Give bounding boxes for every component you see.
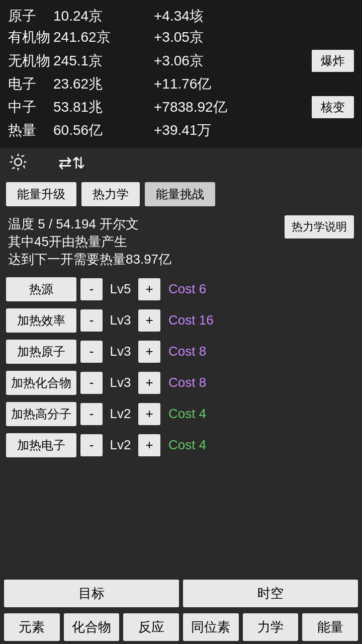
upgrade-cost-2: Cost 8 [168,344,206,359]
stat-delta: +4.34垓 [154,7,354,25]
bottom-nav-化合物[interactable]: 化合物 [64,613,120,641]
svg-point-0 [15,158,22,166]
upgrade-cost-4: Cost 4 [168,406,206,422]
upgrade-plus-button-1[interactable]: + [138,309,160,332]
upgrade-level-1: Lv3 [107,312,134,328]
upgrade-plus-button-5[interactable]: + [138,434,160,456]
upgrade-row: 加热高分子-Lv2+Cost 4 [6,402,356,426]
upgrade-minus-button-1[interactable]: - [80,309,103,332]
bottom-nav-能量[interactable]: 能量 [302,613,358,641]
upgrade-name-button-4[interactable]: 加热高分子 [6,402,76,426]
upgrade-plus-button-0[interactable]: + [138,278,160,300]
upgrade-minus-button-3[interactable]: - [80,372,103,394]
bottom-nav-时空[interactable]: 时空 [183,580,358,607]
stat-row: 原子10.24京+4.34垓 [8,7,354,25]
shuffle-icon: ⇄⇅ [58,153,85,173]
stat-delta: +7838.92亿 [154,98,312,116]
upgrade-row: 加热效率-Lv3+Cost 16 [6,308,356,333]
stat-value: 60.56亿 [53,121,154,139]
upgrade-level-3: Lv3 [107,375,134,390]
stat-label: 中子 [8,98,53,116]
next-degree-line: 达到下一开需要热量83.97亿 [8,251,285,268]
stat-value: 53.81兆 [53,98,154,116]
temperature-line: 温度 5 / 54.194 开尔文 [8,215,285,233]
stat-label: 电子 [8,75,53,93]
upgrade-cost-5: Cost 4 [168,437,206,453]
bottom-nav-同位素[interactable]: 同位素 [183,613,239,641]
stats-section: 原子10.24京+4.34垓有机物241.62京+3.05京无机物245.1京+… [0,0,362,148]
upgrade-name-button-1[interactable]: 加热效率 [6,308,76,333]
upgrade-row: 加热电子-Lv2+Cost 4 [6,433,356,457]
upgrade-minus-button-2[interactable]: - [80,341,103,363]
upgrade-row: 加热原子-Lv3+Cost 8 [6,340,356,364]
tab-2[interactable]: 能量挑战 [145,182,215,206]
heat-source-line: 其中45开由热量产生 [8,233,285,251]
bottom-nav-力学[interactable]: 力学 [243,613,299,641]
stat-row: 无机物245.1京+3.06京爆炸 [8,50,354,72]
stat-label: 有机物 [8,28,53,46]
bottom-nav-元素[interactable]: 元素 [4,613,60,641]
stat-value: 245.1京 [53,52,154,70]
icon-row: ⇄⇅ [0,148,362,178]
stat-delta: +11.76亿 [154,75,354,93]
upgrade-cost-1: Cost 16 [168,312,214,328]
stat-delta: +3.06京 [154,52,312,70]
stat-row: 中子53.81兆+7838.92亿核变 [8,96,354,118]
info-section: 温度 5 / 54.194 开尔文 其中45开由热量产生 达到下一开需要热量83… [0,210,362,273]
explode-button[interactable]: 爆炸 [312,50,354,72]
thermodynamics-explain-button[interactable]: 热力学说明 [285,215,354,238]
upgrade-name-button-3[interactable]: 加热化合物 [6,371,76,395]
upgrade-section: 热源-Lv5+Cost 6加热效率-Lv3+Cost 16加热原子-Lv3+Co… [0,273,362,468]
upgrade-row: 加热化合物-Lv3+Cost 8 [6,371,356,395]
upgrade-cost-3: Cost 8 [168,375,206,390]
upgrade-minus-button-0[interactable]: - [80,278,103,300]
stat-row: 有机物241.62京+3.05京 [8,28,354,46]
stat-row: 电子23.62兆+11.76亿 [8,75,354,93]
upgrade-level-2: Lv3 [107,344,134,359]
tab-0[interactable]: 能量升级 [6,182,76,206]
tab-1[interactable]: 热力学 [81,182,140,206]
stat-value: 241.62京 [53,28,154,46]
upgrade-plus-button-3[interactable]: + [138,372,160,394]
upgrade-level-4: Lv2 [107,406,134,422]
stat-row: 热量60.56亿+39.41万 [8,121,354,139]
stat-label: 热量 [8,121,53,139]
upgrade-level-0: Lv5 [107,281,134,297]
upgrade-row: 热源-Lv5+Cost 6 [6,277,356,301]
stat-value: 23.62兆 [53,75,154,93]
upgrade-plus-button-4[interactable]: + [138,403,160,425]
stat-value: 10.24京 [53,7,154,25]
bottom-nav: 目标时空 元素化合物反应同位素力学能量 [0,577,362,644]
gear-icon[interactable] [8,152,28,174]
nuclear-button[interactable]: 核变 [312,96,354,118]
stat-delta: +3.05京 [154,28,354,46]
stat-label: 无机物 [8,52,53,70]
stat-delta: +39.41万 [154,121,354,139]
stat-label: 原子 [8,7,53,25]
tabs-row: 能量升级热力学能量挑战 [0,178,362,210]
upgrade-minus-button-4[interactable]: - [80,403,103,425]
upgrade-name-button-0[interactable]: 热源 [6,277,76,301]
bottom-nav-反应[interactable]: 反应 [123,613,179,641]
upgrade-name-button-2[interactable]: 加热原子 [6,340,76,364]
upgrade-plus-button-2[interactable]: + [138,341,160,363]
upgrade-level-5: Lv2 [107,437,134,453]
upgrade-name-button-5[interactable]: 加热电子 [6,433,76,457]
upgrade-cost-0: Cost 6 [168,281,206,297]
bottom-nav-目标[interactable]: 目标 [4,580,179,607]
upgrade-minus-button-5[interactable]: - [80,434,103,456]
